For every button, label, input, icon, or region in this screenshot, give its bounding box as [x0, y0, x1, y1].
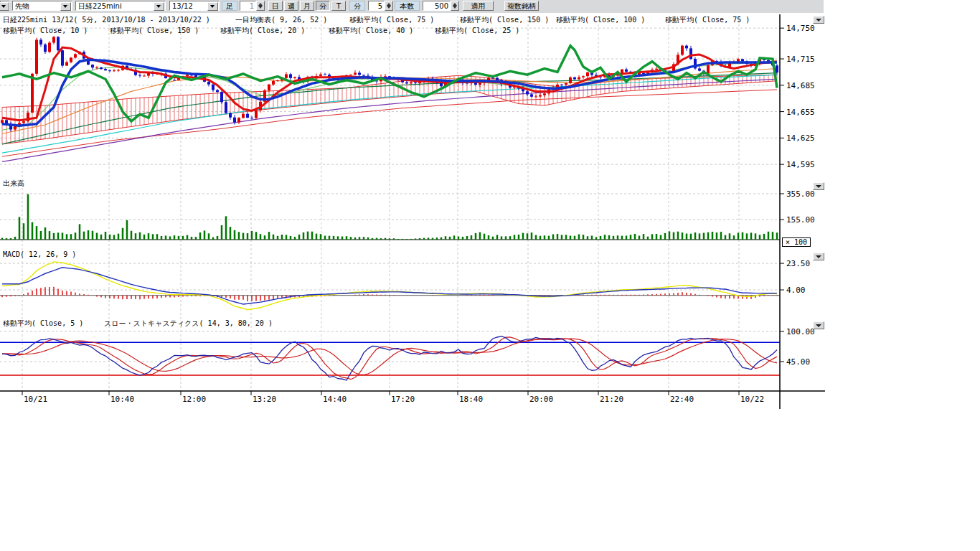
stochastics-pane-menu-button[interactable] — [813, 321, 824, 329]
legend-row1-item-0: 日経225mini 13/12( 5分, 2013/10/18 - 2013/1… — [3, 15, 210, 25]
x-axis-label-10: 10/22 — [740, 395, 764, 404]
x-axis-label-3: 13:20 — [253, 395, 276, 404]
legend-row2-item-4: 移動平均( Close, 25 ) — [435, 26, 519, 36]
x-axis-label-4: 14:40 — [323, 395, 347, 404]
legend-row2-item-3: 移動平均( Close, 40 ) — [329, 26, 413, 36]
y-axis-label-volume-1: 155.00 — [786, 215, 815, 225]
chart-canvas — [0, 0, 980, 551]
toolbar: 先物日経225mini13/12 足 1 日週月分T 分 5 本数 500 適用… — [0, 0, 824, 13]
chevron-down-icon[interactable] — [154, 2, 164, 11]
macd-pane-menu-button[interactable] — [813, 253, 824, 260]
bar-count-input[interactable]: 500 — [423, 1, 451, 11]
y-axis-label-slow-stochastics-0: 100.00 — [786, 327, 815, 336]
edge-combo-stub[interactable] — [0, 1, 10, 11]
apply-button[interactable]: 適用 — [463, 1, 494, 11]
minute-spinner[interactable] — [385, 1, 393, 11]
price-pane-menu-button[interactable] — [813, 16, 824, 24]
chart-application-window: 先物日経225mini13/12 足 1 日週月分T 分 5 本数 500 適用… — [0, 0, 980, 551]
legend-row2-item-1: 移動平均( Close, 150 ) — [110, 26, 199, 36]
y-axis-label-slow-stochastics-1: 45.00 — [786, 357, 810, 367]
minute-value-input[interactable]: 5 — [368, 1, 385, 11]
legend-row1-item-5: 移動平均( Close, 75 ) — [665, 15, 750, 25]
bar-count-label: 本数 — [395, 1, 420, 11]
macd-pane-title: MACD( 12, 26, 9 ) — [3, 250, 76, 258]
x-axis-label-8: 21:20 — [600, 395, 623, 404]
period-button-4[interactable]: 分 — [316, 1, 330, 11]
symbol-select[interactable]: 日経225mini — [75, 1, 166, 11]
chevron-down-icon[interactable] — [0, 2, 9, 11]
x-axis-label-1: 10:40 — [110, 395, 134, 404]
stochastics-pane-title: スロー・ストキャスティクス( 14, 3, 80, 20 ) — [104, 319, 273, 329]
legend-row1-item-3: 移動平均( Close, 150 ) — [460, 15, 549, 25]
volume-multiplier-box: × 100 — [782, 237, 811, 247]
bar-interval-spinner[interactable] — [256, 1, 265, 11]
period-button-1[interactable]: 日 — [268, 1, 283, 11]
bar-count-spinner[interactable] — [451, 1, 459, 11]
x-axis-label-0: 10/21 — [24, 395, 47, 404]
chevron-down-icon[interactable] — [207, 2, 218, 11]
y-axis-label-price-1: 14,715 — [786, 55, 815, 64]
volume-pane-menu-button[interactable] — [813, 182, 824, 190]
x-axis-label-7: 20:00 — [529, 395, 553, 404]
y-axis-label-volume-0: 355.00 — [786, 189, 815, 199]
y-axis-label-price-4: 14,625 — [786, 133, 815, 143]
market-select[interactable]: 先物 — [12, 1, 72, 11]
stoch-ma-title: 移動平均( Close, 5 ) — [3, 319, 83, 329]
chevron-down-icon[interactable] — [60, 2, 71, 11]
y-axis-label-price-5: 14,595 — [786, 160, 815, 169]
period-button-5[interactable]: T — [331, 1, 346, 11]
bar-type-label: 足 — [222, 1, 237, 11]
y-axis-label-macd-0: 23.50 — [786, 259, 810, 268]
period-button-3[interactable]: 月 — [300, 1, 314, 11]
x-axis-label-5: 17:20 — [391, 395, 415, 404]
y-axis-label-price-3: 14,655 — [786, 108, 815, 117]
legend-row2-item-2: 移動平均( Close, 20 ) — [220, 26, 305, 36]
minute-label: 分 — [349, 1, 365, 11]
legend-row1-item-4: 移動平均( Close, 100 ) — [556, 15, 645, 25]
legend-row1-item-2: 移動平均( Close, 75 ) — [349, 15, 434, 25]
x-axis-label-6: 18:40 — [459, 395, 483, 404]
bar-interval-input[interactable]: 1 — [240, 1, 256, 11]
legend-row2-item-0: 移動平均( Close, 10 ) — [3, 26, 88, 36]
volume-pane-title: 出来高 — [3, 179, 24, 189]
contract-month-select[interactable]: 13/12 — [169, 1, 220, 11]
legend-row1-item-1: 一目均衡表( 9, 26, 52 ) — [235, 15, 327, 25]
y-axis-label-price-0: 14,750 — [786, 24, 815, 33]
y-axis-label-macd-1: 4.00 — [786, 286, 806, 295]
y-axis-label-price-2: 14,685 — [786, 81, 815, 90]
period-button-2[interactable]: 週 — [284, 1, 298, 11]
multi-symbol-button[interactable]: 複数銘柄 — [504, 1, 539, 11]
x-axis-label-9: 22:40 — [670, 395, 694, 404]
x-axis-label-2: 12:00 — [182, 395, 206, 404]
